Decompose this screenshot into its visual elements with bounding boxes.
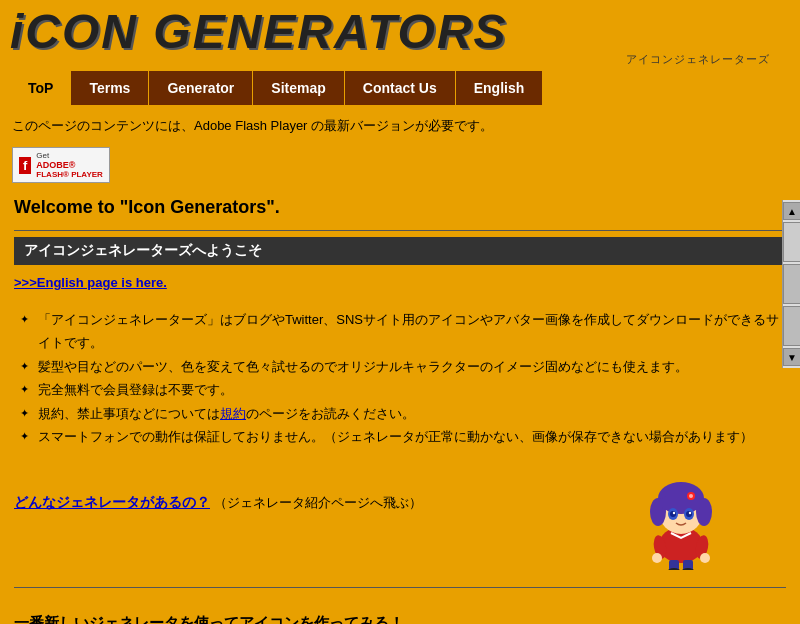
svg-point-13	[689, 494, 693, 498]
list-item: 規約、禁止事項などについては規約のページをお読みください。	[20, 402, 780, 425]
list-item: 「アイコンジェネレーターズ」はブログやTwitter、SNSサイト用のアイコンや…	[20, 308, 780, 355]
svg-point-17	[700, 553, 710, 563]
bottom-text: 一番新しいジェネレータを使ってアイコンを作ってみる！	[14, 608, 786, 624]
flash-f-icon: f	[19, 157, 31, 174]
divider-1	[14, 230, 786, 231]
nav-generator[interactable]: Generator	[149, 71, 253, 105]
scroll-indicator-1[interactable]	[783, 222, 800, 262]
nav-sitemap[interactable]: Sitemap	[253, 71, 344, 105]
flash-badge-text: Get ADOBE® FLASH® PLAYER	[36, 151, 103, 179]
scroll-down-arrow[interactable]: ▼	[783, 348, 800, 366]
svg-point-9	[686, 511, 692, 517]
svg-point-16	[652, 553, 662, 563]
main-content: Welcome to "Icon Generators". アイコンジェネレータ…	[0, 187, 800, 624]
generator-link-section: どんなジェネレータがあるの？ （ジェネレータ紹介ページへ飛ぶ）	[14, 488, 422, 518]
logo-area: iCON GENERATORS アイコンジェネレーターズ	[0, 0, 800, 69]
rules-link[interactable]: 規約	[220, 406, 246, 421]
character-figure	[636, 460, 726, 573]
right-sidebar: ▲ ▼	[782, 200, 800, 368]
list-item: スマートフォンでの動作は保証しておりません。（ジェネレータが正常に動かない、画像…	[20, 425, 780, 448]
flash-notice-text: このページのコンテンツには、Adobe Flash Player の最新バージョ…	[12, 118, 493, 133]
english-page-link[interactable]: >>>English page is here.	[14, 271, 786, 294]
nav-english[interactable]: English	[456, 71, 543, 105]
logo-title: iCON GENERATORS	[10, 8, 790, 56]
generator-page-link[interactable]: どんなジェネレータがあるの？	[14, 494, 210, 510]
scroll-up-arrow[interactable]: ▲	[783, 202, 800, 220]
scroll-indicator-2[interactable]	[783, 264, 800, 304]
welcome-heading: Welcome to "Icon Generators".	[14, 197, 786, 222]
nav-terms[interactable]: Terms	[71, 71, 149, 105]
list-item: 髪型や目などのパーツ、色を変えて色々試せるのでオリジナルキャラクターのイメージ固…	[20, 355, 780, 378]
section-header: アイコンジェネレーターズへようこそ	[14, 237, 786, 265]
svg-point-8	[670, 511, 676, 517]
svg-point-11	[689, 512, 691, 514]
nav-contact[interactable]: Contact Us	[345, 71, 456, 105]
divider-2	[14, 587, 786, 588]
feature-list: 「アイコンジェネレーターズ」はブログやTwitter、SNSサイト用のアイコンや…	[14, 304, 786, 452]
flash-notice-area: このページのコンテンツには、Adobe Flash Player の最新バージョ…	[0, 109, 800, 187]
nav-top-link[interactable]: ToP	[10, 76, 71, 100]
svg-point-10	[673, 512, 675, 514]
scroll-indicator-3[interactable]	[783, 306, 800, 346]
list-item: 完全無料で会員登録は不要です。	[20, 378, 780, 401]
generator-sub-text: （ジェネレータ紹介ページへ飛ぶ）	[214, 495, 422, 510]
flash-badge[interactable]: f Get ADOBE® FLASH® PLAYER	[12, 147, 110, 183]
nav-bar: Terms Generator Sitemap Contact Us Engli…	[71, 71, 542, 105]
